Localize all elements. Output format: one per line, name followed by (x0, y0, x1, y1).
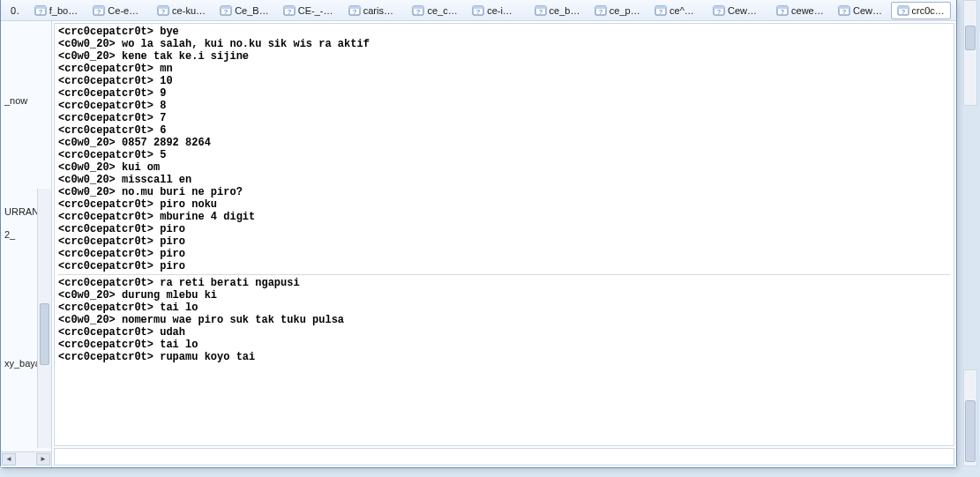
tab-cepo[interactable]: ?ce_po... (588, 2, 647, 19)
chat-message: <crc0cepatcr0t> piro (58, 248, 950, 260)
tab-bar: 0s?f_bored?Ce-eS-...?ce-kul-...?Ce_Ba...… (1, 0, 956, 21)
chat-window-icon: ? (838, 4, 850, 17)
tab-label: Cew_Y... (728, 5, 762, 16)
svg-text:?: ? (476, 9, 480, 15)
chat-window-icon: ? (283, 4, 295, 17)
tab-cewy[interactable]: ?Cew_Y... (707, 2, 768, 19)
chat-message: <crc0cepatcr0t> bye (58, 26, 950, 38)
chat-window-icon: ? (472, 4, 484, 17)
tab-ces[interactable]: ?CE-_-S... (277, 2, 340, 19)
svg-text:?: ? (161, 9, 165, 15)
chat-message: <crc0cepatcr0t> mn (58, 63, 950, 75)
tab-label: cewe_... (791, 5, 824, 16)
chat-message: <crc0cepatcr0t> 5 (58, 149, 950, 161)
sidebar-hscrollbar[interactable]: ◄ ► (1, 451, 51, 466)
chat-message: <c0w0_20> no.mu buri ne piro? (58, 186, 950, 198)
tab-ceca[interactable]: ?ce_ca... (406, 2, 464, 19)
hscroll-right-button[interactable]: ► (36, 453, 50, 466)
chat-divider (58, 274, 950, 275)
svg-text:?: ? (539, 9, 542, 15)
tab-label: crc0ce... (912, 5, 946, 16)
tab-label: CE-_-S... (298, 5, 334, 16)
body-row: _now URRAN 2_ xy_baya ◄ ► <crc0cepatcr0t… (1, 21, 956, 467)
sidebar-item[interactable]: _now (3, 93, 49, 108)
svg-text:?: ? (842, 9, 846, 15)
chat-message: <crc0cepatcr0t> 10 (58, 75, 950, 87)
chat-message: <crc0cepatcr0t> piro (58, 260, 950, 272)
hscroll-left-button[interactable]: ◄ (2, 453, 16, 466)
tab-cebo[interactable]: ?ce_bo... (528, 2, 587, 19)
chat-message: <crc0cepatcr0t> udah (58, 326, 950, 339)
outer-vscroll-thumb[interactable] (965, 400, 976, 462)
tab-cewe[interactable]: ?cewe_... (770, 2, 830, 19)
chat-message: <crc0cepatcr0t> rupamu koyo tai (58, 351, 950, 363)
tab-fbored[interactable]: ?f_bored (28, 2, 86, 19)
tab-label: ce-kul-... (172, 5, 206, 16)
chat-window-icon: ? (220, 4, 232, 17)
chat-window-icon: ? (157, 4, 169, 17)
chat-window-icon: ? (93, 4, 105, 17)
chat-message: <crc0cepatcr0t> 7 (58, 112, 950, 124)
chat-input[interactable] (54, 448, 954, 466)
svg-text:?: ? (901, 9, 905, 15)
chat-window-icon: ? (348, 4, 361, 17)
svg-text:?: ? (288, 9, 291, 15)
chat-window-icon: ? (713, 4, 725, 17)
outer-vscroll-thumb[interactable] (965, 26, 976, 50)
tab-cewe[interactable]: ?Cewe... (832, 2, 889, 19)
chat-message: <crc0cepatcr0t> ra reti berati ngapusi (58, 277, 950, 289)
tab-0s[interactable]: 0s (4, 3, 26, 19)
svg-text:?: ? (39, 9, 42, 15)
chat-message: <crc0cepatcr0t> tai lo (58, 302, 950, 314)
chat-message: <crc0cepatcr0t> 8 (58, 100, 950, 112)
tab-label: ce_po... (610, 5, 640, 16)
tab-cees[interactable]: ?Ce-eS-... (86, 2, 149, 19)
chat-message: <crc0cepatcr0t> tai lo (58, 339, 950, 351)
chat-window-icon: ? (897, 4, 909, 17)
tab-cekul[interactable]: ?ce-kul-... (151, 2, 212, 19)
chat-message: <crc0cepatcr0t> 6 (58, 124, 950, 137)
outer-vscrollbar-bottom[interactable] (963, 369, 977, 466)
tab-label: carises... (363, 5, 399, 16)
chat-message: <crc0cepatcr0t> 9 (58, 87, 950, 100)
window-right-scroll-area (963, 0, 977, 466)
svg-text:?: ? (599, 9, 602, 15)
chat-message: <c0w0_20> 0857 2892 8264 (58, 137, 950, 149)
tab-label: ce_ca... (427, 5, 458, 16)
chat-window-icon: ? (595, 4, 607, 17)
chat-window-icon: ? (34, 4, 47, 17)
tab-label: Ce-eS-... (108, 5, 143, 16)
chat-message: <c0w0_20> misscall en (58, 174, 950, 186)
app-window: 0s?f_bored?Ce-eS-...?ce-kul-...?Ce_Ba...… (0, 0, 957, 468)
chat-message: <c0w0_20> nomermu wae piro suk tak tuku … (58, 314, 950, 326)
tab-label: 0s (11, 5, 20, 16)
tab-carises[interactable]: ?carises... (342, 2, 405, 19)
sidebar-vscrollbar[interactable] (37, 189, 51, 448)
tab-label: Ce_Ba... (235, 5, 269, 16)
outer-vscrollbar-top[interactable] (963, 0, 977, 106)
sidebar-vscroll-thumb[interactable] (40, 303, 49, 365)
chat-window-icon: ? (412, 4, 424, 17)
svg-text:?: ? (353, 9, 356, 15)
tab-label: ce-imutz (487, 5, 520, 16)
chat-message: <crc0cepatcr0t> mburine 4 digit (58, 211, 950, 223)
chat-window-icon: ? (655, 4, 667, 17)
sidebar: _now URRAN 2_ xy_baya ◄ ► (1, 21, 52, 467)
chat-message: <c0w0_20> kene tak ke.i sijine (58, 50, 950, 63)
tab-crc0ce[interactable]: ?crc0ce... (891, 2, 952, 19)
svg-text:?: ? (97, 9, 101, 15)
svg-text:?: ? (717, 9, 721, 15)
tab-label: ce^ay... (670, 5, 699, 16)
tab-ceimutz[interactable]: ?ce-imutz (466, 2, 526, 19)
chat-log[interactable]: <crc0cepatcr0t> bye<c0w0_20> wo la salah… (54, 23, 954, 446)
svg-text:?: ? (224, 9, 228, 15)
tab-label: f_bored (49, 5, 79, 16)
hscroll-track[interactable] (17, 453, 35, 466)
svg-text:?: ? (417, 9, 421, 15)
tab-ceay[interactable]: ?ce^ay... (648, 2, 705, 19)
svg-text:?: ? (781, 9, 784, 15)
chat-message: <c0w0_20> kui om (58, 161, 950, 174)
tab-ceba[interactable]: ?Ce_Ba... (213, 2, 275, 19)
chat-message: <c0w0_20> durung mlebu ki (58, 289, 950, 302)
chat-message: <c0w0_20> wo la salah, kui no.ku sik wis… (58, 38, 950, 50)
